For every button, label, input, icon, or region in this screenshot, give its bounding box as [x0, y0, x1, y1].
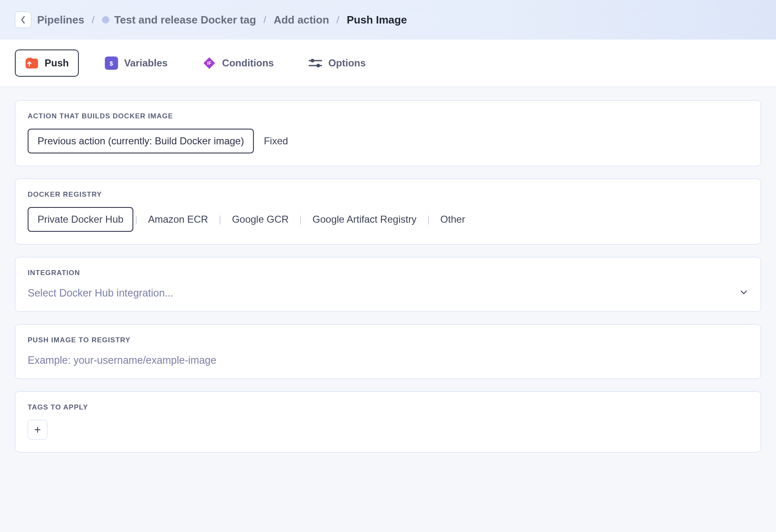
build-action-fixed-label: Fixed [264, 135, 288, 147]
pipeline-status-dot-icon [102, 16, 109, 24]
chevron-down-icon [739, 287, 748, 299]
svg-text:IF: IF [207, 61, 211, 66]
section-label: TAGS TO APPLY [28, 403, 748, 412]
tab-label: Variables [124, 57, 168, 69]
registry-options: Private Docker Hub | Amazon ECR | Google… [28, 207, 748, 232]
back-button[interactable] [15, 12, 31, 28]
registry-separator: | [133, 214, 139, 225]
registry-separator: | [298, 214, 303, 225]
integration-select[interactable]: Select Docker Hub integration... [28, 285, 748, 299]
chevron-left-icon [20, 15, 26, 24]
tab-conditions[interactable]: IF Conditions [193, 50, 283, 76]
registry-separator: | [426, 214, 431, 225]
registry-option-google-artifact-registry[interactable]: Google Artifact Registry [303, 208, 426, 231]
breadcrumb-pipeline-name[interactable]: Test and release Docker tag [102, 14, 256, 26]
card-docker-registry: DOCKER REGISTRY Private Docker Hub | Ama… [15, 179, 761, 245]
add-tag-button[interactable]: + [28, 420, 47, 440]
svg-rect-1 [27, 58, 32, 60]
conditions-icon: IF [202, 56, 216, 70]
registry-option-private-docker-hub[interactable]: Private Docker Hub [28, 207, 133, 232]
breadcrumb-separator: / [262, 14, 268, 26]
registry-option-other[interactable]: Other [431, 208, 474, 231]
tabs: Push $ Variables IF Conditions Options [0, 40, 776, 87]
tab-label: Push [45, 57, 69, 69]
push-image-input[interactable] [28, 353, 748, 366]
content: ACTION THAT BUILDS DOCKER IMAGE Previous… [0, 87, 776, 466]
card-tags: TAGS TO APPLY + [15, 391, 761, 452]
tab-variables[interactable]: $ Variables [95, 50, 177, 76]
build-action-select[interactable]: Previous action (currently: Build Docker… [28, 129, 254, 153]
plus-icon: + [34, 423, 41, 436]
breadcrumb-pipelines[interactable]: Pipelines [37, 14, 84, 26]
breadcrumb: Pipelines / Test and release Docker tag … [0, 0, 776, 40]
breadcrumb-separator: / [90, 14, 96, 26]
registry-option-google-gcr[interactable]: Google GCR [223, 208, 298, 231]
push-icon [25, 56, 39, 70]
variables-icon: $ [104, 56, 118, 70]
tab-options[interactable]: Options [299, 50, 375, 76]
tab-label: Conditions [222, 57, 274, 69]
card-push-image: PUSH IMAGE TO REGISTRY [15, 324, 761, 379]
registry-option-amazon-ecr[interactable]: Amazon ECR [139, 208, 217, 231]
tab-label: Options [328, 57, 366, 69]
section-label: PUSH IMAGE TO REGISTRY [28, 336, 748, 344]
breadcrumb-add-action[interactable]: Add action [274, 14, 329, 26]
svg-point-5 [311, 59, 314, 62]
card-build-action: ACTION THAT BUILDS DOCKER IMAGE Previous… [15, 100, 761, 166]
section-label: INTEGRATION [28, 269, 748, 277]
registry-separator: | [217, 214, 223, 225]
breadcrumb-separator: / [335, 14, 341, 26]
svg-point-7 [317, 64, 320, 67]
tab-push[interactable]: Push [15, 49, 79, 77]
breadcrumb-pipeline-label: Test and release Docker tag [114, 14, 256, 26]
section-label: ACTION THAT BUILDS DOCKER IMAGE [28, 112, 748, 120]
options-icon [308, 56, 322, 70]
integration-placeholder: Select Docker Hub integration... [28, 287, 173, 299]
breadcrumb-current: Push Image [347, 14, 407, 26]
card-integration: INTEGRATION Select Docker Hub integratio… [15, 257, 761, 312]
section-label: DOCKER REGISTRY [28, 191, 748, 199]
